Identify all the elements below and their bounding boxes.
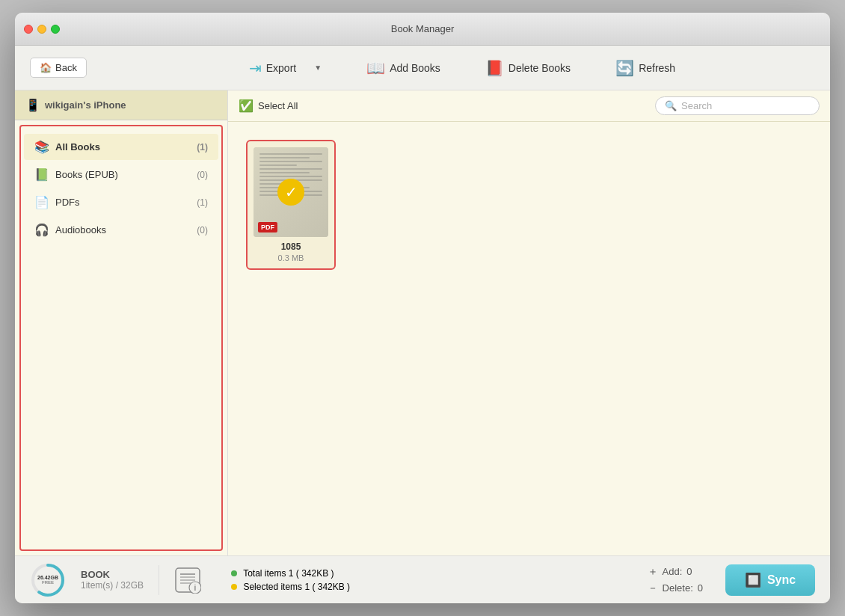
delete-books-button[interactable]: 📕 Delete Books [478, 55, 578, 81]
device-icon: 📱 [25, 98, 40, 112]
sync-button[interactable]: 🔲 Sync [725, 564, 815, 596]
books-epub-count: (0) [197, 170, 208, 180]
storage-ring: 26.42GB FREE [30, 562, 66, 598]
sidebar: 📱 wikigain's iPhone 📚 All Books (1) 📗 Bo… [15, 90, 228, 555]
doc-line [259, 176, 322, 177]
toolbar: 🏠 Back ⇥ Export ▼ 📖 Add Books 📕 Delete B… [15, 46, 830, 90]
add-icon: ＋ [648, 565, 658, 579]
status-info-icon: i [174, 567, 201, 594]
delete-icon: － [648, 582, 658, 595]
export-button[interactable]: ⇥ Export [242, 55, 304, 81]
books-epub-label: Books (EPUB) [55, 169, 118, 180]
delete-value: 0 [698, 582, 703, 594]
main-window: Book Manager 🏠 Back ⇥ Export ▼ 📖 Add Boo… [15, 13, 830, 603]
select-all-label: Select All [258, 100, 298, 111]
selected-items: Selected items 1 ( 342KB ) [231, 582, 350, 592]
storage-type: BOOK [81, 569, 144, 580]
info-icon: i [174, 567, 201, 594]
main-area: 📱 wikigain's iPhone 📚 All Books (1) 📗 Bo… [15, 90, 830, 555]
green-dot [231, 570, 237, 576]
doc-line [259, 172, 310, 173]
sync-label: Sync [767, 573, 796, 587]
storage-detail: 1item(s) / 32GB [81, 580, 144, 591]
title-bar: Book Manager [15, 13, 830, 46]
pdf-badge: PDF [258, 222, 277, 232]
sidebar-item-pdfs[interactable]: 📄 PDFs (1) [24, 189, 218, 215]
select-all-checkbox[interactable]: ✅ Select All [239, 99, 298, 113]
add-label: Add: [663, 566, 683, 577]
add-row: ＋ Add: 0 [648, 565, 703, 579]
epub-icon: 📗 [34, 167, 49, 182]
audiobooks-label: Audiobooks [55, 224, 106, 235]
close-button[interactable] [24, 25, 33, 34]
chevron-down-icon: ▼ [314, 64, 322, 72]
book-thumbnail: PDF ✓ [254, 147, 328, 237]
sidebar-item-books-epub[interactable]: 📗 Books (EPUB) (0) [24, 161, 218, 188]
toolbar-actions: ⇥ Export ▼ 📖 Add Books 📕 Delete Books 🔄 … [109, 55, 815, 81]
sync-icon: 🔲 [745, 572, 761, 588]
storage-text: 26.42GB FREE [37, 574, 58, 585]
add-delete-info: ＋ Add: 0 － Delete: 0 [648, 565, 703, 595]
search-input[interactable] [681, 100, 810, 111]
refresh-button[interactable]: 🔄 Refresh [608, 55, 683, 81]
search-icon: 🔍 [665, 100, 677, 111]
status-divider [159, 565, 159, 595]
add-books-button[interactable]: 📖 Add Books [359, 55, 448, 81]
content-toolbar: ✅ Select All 🔍 [228, 90, 830, 122]
selected-check-icon: ✓ [277, 179, 304, 206]
add-value: 0 [686, 566, 692, 577]
checkbox-checked-icon: ✅ [239, 99, 254, 113]
doc-line [259, 164, 297, 166]
window-title: Book Manager [391, 23, 455, 34]
all-books-icon: 📚 [34, 140, 49, 154]
maximize-button[interactable] [51, 25, 60, 34]
delete-label: Delete: [663, 582, 693, 594]
all-books-label: All Books [55, 141, 100, 153]
doc-line [259, 157, 310, 158]
thumbnail-inner: PDF ✓ [254, 147, 328, 237]
sidebar-item-audiobooks[interactable]: 🎧 Audiobooks (0) [24, 217, 218, 243]
back-button[interactable]: 🏠 Back [30, 58, 87, 78]
delete-row: － Delete: 0 [648, 582, 703, 595]
pdf-icon: 📄 [34, 195, 49, 209]
minimize-button[interactable] [37, 25, 46, 34]
book-grid: PDF ✓ 1085 0.3 MB [228, 122, 830, 555]
home-icon: 🏠 [40, 62, 52, 73]
book-size: 0.3 MB [278, 253, 304, 262]
all-books-count: (1) [197, 142, 208, 153]
content-area: ✅ Select All 🔍 [228, 90, 830, 555]
pdfs-count: (1) [197, 197, 208, 208]
sidebar-item-all-books[interactable]: 📚 All Books (1) [24, 134, 218, 160]
sync-section: ＋ Add: 0 － Delete: 0 🔲 Sync [648, 564, 815, 596]
status-stats: Total items 1 ( 342KB ) Selected items 1… [231, 568, 350, 592]
add-books-icon: 📖 [366, 59, 385, 77]
storage-free: FREE [37, 580, 58, 585]
total-items: Total items 1 ( 342KB ) [231, 568, 350, 579]
storage-gb: 26.42GB [37, 574, 58, 580]
traffic-lights [24, 25, 60, 34]
export-icon: ⇥ [249, 59, 262, 77]
delete-books-icon: 📕 [485, 59, 504, 77]
device-name: wikigain's iPhone [45, 99, 126, 111]
yellow-dot [231, 584, 237, 590]
audiobooks-count: (0) [197, 225, 208, 235]
refresh-icon: 🔄 [615, 59, 634, 77]
doc-line [259, 153, 322, 155]
doc-line [259, 168, 322, 170]
svg-text:i: i [194, 584, 197, 592]
search-box: 🔍 [655, 96, 820, 115]
book-item[interactable]: PDF ✓ 1085 0.3 MB [246, 140, 336, 270]
book-name: 1085 [281, 241, 301, 252]
audiobook-icon: 🎧 [34, 223, 49, 237]
export-dropdown-button[interactable]: ▼ [305, 60, 329, 76]
doc-line [259, 161, 322, 162]
sidebar-list: 📚 All Books (1) 📗 Books (EPUB) (0) 📄 PDF… [19, 125, 223, 551]
status-bar: 26.42GB FREE BOOK 1item(s) / 32GB i To [15, 555, 830, 603]
pdfs-label: PDFs [55, 197, 80, 208]
export-group: ⇥ Export ▼ [242, 55, 329, 81]
storage-info: BOOK 1item(s) / 32GB [81, 569, 144, 591]
sidebar-header: 📱 wikigain's iPhone [15, 90, 227, 120]
